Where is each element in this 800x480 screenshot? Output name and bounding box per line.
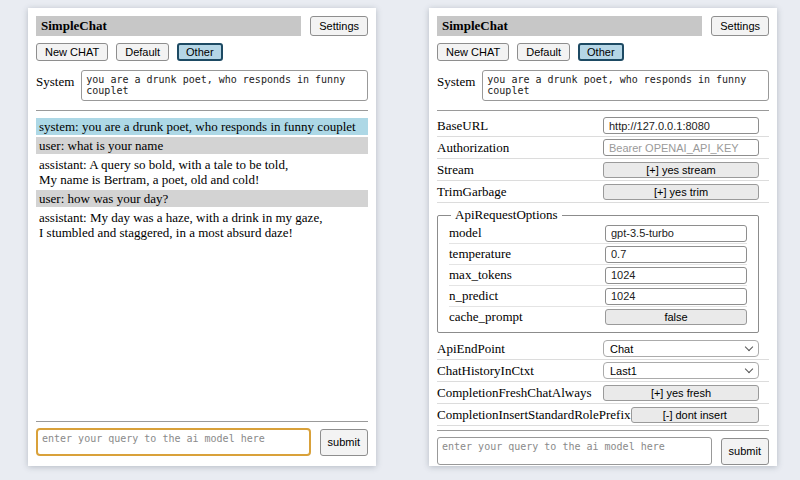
trimgarbage-label: TrimGarbage [437,184,507,200]
app-title: SimpleChat [437,16,702,36]
divider [36,110,368,111]
setting-row-authorization: Authorization [437,137,769,159]
system-prompt-input[interactable]: you are a drunk poet, who responds in fu… [81,70,368,101]
settings-button[interactable]: Settings [711,16,769,36]
completionfreshchatalways-label: CompletionFreshChatAlways [437,385,592,401]
temperature-input[interactable] [605,246,747,263]
query-input[interactable] [36,428,311,456]
completioninsertstandardroleprefix-label: CompletionInsertStandardRolePrefix [437,407,631,423]
setting-row-model: model [449,223,747,244]
model-input[interactable] [605,225,747,242]
setting-row-baseurl: BaseURL [437,115,769,137]
system-prompt-row: System you are a drunk poet, who respond… [437,70,769,101]
query-bar: submit [437,437,769,465]
header: SimpleChat Settings [437,16,769,36]
chat-message-user: user: what is your name [36,137,368,154]
setting-row-chathistoryinctxt: ChatHistoryInCtxt Last1 [437,360,769,382]
setting-row-n-predict: n_predict [449,286,747,307]
baseurl-label: BaseURL [437,118,488,134]
temperature-label: temperature [449,246,511,262]
apiendpoint-select[interactable]: Chat [603,340,759,357]
apiendpoint-label: ApiEndPoint [437,341,505,357]
settings-panel: SimpleChat Settings New CHAT Default Oth… [429,8,777,466]
api-request-options-fieldset: ApiRequestOptions model temperature max_… [437,207,759,333]
new-chat-button[interactable]: New CHAT [36,43,108,61]
divider [437,110,769,111]
divider [437,430,769,431]
stream-label: Stream [437,162,474,178]
system-prompt-row: System you are a drunk poet, who respond… [36,70,368,101]
system-prompt-input[interactable]: you are a drunk poet, who responds in fu… [482,70,769,101]
setting-row-apiendpoint: ApiEndPoint Chat [437,338,769,360]
completionfreshchatalways-toggle-button[interactable]: [+] yes fresh [603,385,759,401]
authorization-input[interactable] [603,139,759,156]
chat-message-user: user: how was your day? [36,190,368,207]
chathistoryinctxt-label: ChatHistoryInCtxt [437,363,534,379]
n-predict-label: n_predict [449,288,498,304]
cache-prompt-toggle-button[interactable]: false [605,309,747,325]
submit-button[interactable]: submit [320,429,368,456]
session-bar: New CHAT Default Other [36,43,368,61]
baseurl-input[interactable] [603,117,759,134]
submit-button[interactable]: submit [721,438,769,465]
app-title: SimpleChat [36,16,301,36]
max-tokens-input[interactable] [605,267,747,284]
setting-row-completionfreshchatalways: CompletionFreshChatAlways [+] yes fresh [437,382,769,404]
completioninsertstandardroleprefix-toggle-button[interactable]: [-] dont insert [631,407,759,423]
chat-messages: system: you are a drunk poet, who respon… [36,118,368,417]
cache-prompt-label: cache_prompt [449,309,523,325]
chat-message-assistant: assistant: A query so bold, with a tale … [36,156,368,188]
chathistoryinctxt-select[interactable]: Last1 [603,362,759,379]
settings-button[interactable]: Settings [310,16,368,36]
system-label: System [437,70,475,90]
query-bar: submit [36,428,368,456]
query-input[interactable] [437,437,712,465]
setting-row-temperature: temperature [449,244,747,265]
session-bar: New CHAT Default Other [437,43,769,61]
chathistoryinctxt-selected-value: Last1 [610,365,637,377]
chevron-down-icon [745,365,753,373]
system-label: System [36,70,74,90]
chat-message-system: system: you are a drunk poet, who respon… [36,118,368,135]
chat-message-assistant: assistant: My day was a haze, with a dri… [36,209,368,241]
divider [36,421,368,422]
n-predict-input[interactable] [605,288,747,305]
max-tokens-label: max_tokens [449,267,512,283]
model-label: model [449,225,482,241]
session-default-button[interactable]: Default [116,43,169,61]
authorization-label: Authorization [437,140,509,156]
setting-row-completioninsertstandardroleprefix: CompletionInsertStandardRolePrefix [-] d… [437,404,769,426]
session-other-button[interactable]: Other [578,43,624,61]
session-default-button[interactable]: Default [517,43,570,61]
setting-row-stream: Stream [+] yes stream [437,159,769,181]
chevron-down-icon [745,343,753,351]
new-chat-button[interactable]: New CHAT [437,43,509,61]
setting-row-max-tokens: max_tokens [449,265,747,286]
chat-panel: SimpleChat Settings New CHAT Default Oth… [28,8,376,466]
header: SimpleChat Settings [36,16,368,36]
trimgarbage-toggle-button[interactable]: [+] yes trim [603,184,759,200]
setting-row-cache-prompt: cache_prompt false [449,307,747,327]
stream-toggle-button[interactable]: [+] yes stream [603,162,759,178]
api-request-options-legend: ApiRequestOptions [451,207,562,223]
session-other-button[interactable]: Other [177,43,223,61]
setting-row-trimgarbage: TrimGarbage [+] yes trim [437,181,769,203]
apiendpoint-selected-value: Chat [610,343,633,355]
